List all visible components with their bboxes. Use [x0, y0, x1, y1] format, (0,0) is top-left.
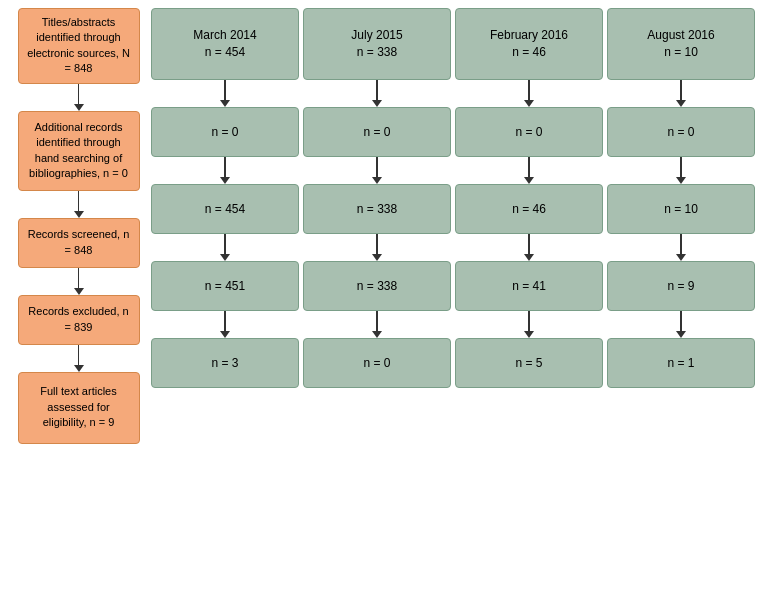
col-header-3: February 2016 n = 46	[455, 8, 603, 80]
left-row1-box: Titles/abstracts identified through elec…	[18, 8, 140, 84]
col-header-1: March 2014 n = 454	[151, 8, 299, 80]
col-arrow	[220, 157, 230, 184]
col-row2-3: n = 0	[455, 107, 603, 157]
col-row4-4: n = 9	[607, 261, 755, 311]
col-arrow	[220, 234, 230, 261]
col-header-4: August 2016 n = 10	[607, 8, 755, 80]
col-row5-3: n = 5	[455, 338, 603, 388]
col-row4-1: n = 451	[151, 261, 299, 311]
col-header-line2-2: n = 338	[357, 44, 397, 61]
col-arrow	[524, 234, 534, 261]
left-arrow-4	[74, 345, 84, 372]
col-header-line1-2: July 2015	[351, 27, 402, 44]
left-row5-label: Full text articles assessed for eligibil…	[27, 384, 131, 430]
col-arrow	[372, 80, 382, 107]
col-row2-4: n = 0	[607, 107, 755, 157]
data-column-3: February 2016 n = 46 n = 0 n = 46 n	[455, 8, 603, 581]
left-arrow-2	[74, 191, 84, 218]
col-arrow	[372, 311, 382, 338]
col-row5-2: n = 0	[303, 338, 451, 388]
col-row2-2: n = 0	[303, 107, 451, 157]
data-column-2: July 2015 n = 338 n = 0 n = 338 n =	[303, 8, 451, 581]
col-row3-1: n = 454	[151, 184, 299, 234]
col-arrow	[372, 234, 382, 261]
col-arrow	[372, 157, 382, 184]
col-row5-4: n = 1	[607, 338, 755, 388]
col-header-line1-3: February 2016	[490, 27, 568, 44]
col-header-2: July 2015 n = 338	[303, 8, 451, 80]
left-arrow-3	[74, 268, 84, 295]
col-arrow	[524, 311, 534, 338]
col-arrow	[220, 311, 230, 338]
col-header-line1-4: August 2016	[647, 27, 714, 44]
left-row3-box: Records screened, n = 848	[18, 218, 140, 268]
col-row4-2: n = 338	[303, 261, 451, 311]
data-column-4: August 2016 n = 10 n = 0 n = 10 n =	[607, 8, 755, 581]
left-row4-label: Records excluded, n = 839	[27, 304, 131, 335]
left-arrow-1	[74, 84, 84, 111]
col-row4-3: n = 41	[455, 261, 603, 311]
data-column-1: March 2014 n = 454 n = 0 n = 454 n	[151, 8, 299, 581]
col-header-line2-3: n = 46	[512, 44, 546, 61]
left-row2-box: Additional records identified through ha…	[18, 111, 140, 191]
left-row3-label: Records screened, n = 848	[27, 227, 131, 258]
col-arrow	[676, 157, 686, 184]
left-row5-box: Full text articles assessed for eligibil…	[18, 372, 140, 444]
left-row2-label: Additional records identified through ha…	[27, 120, 131, 182]
col-arrow	[676, 234, 686, 261]
col-row3-4: n = 10	[607, 184, 755, 234]
col-header-line2-1: n = 454	[205, 44, 245, 61]
col-arrow	[220, 80, 230, 107]
col-arrow	[676, 311, 686, 338]
col-arrow	[524, 80, 534, 107]
left-row4-box: Records excluded, n = 839	[18, 295, 140, 345]
col-header-line1-1: March 2014	[193, 27, 256, 44]
col-row3-3: n = 46	[455, 184, 603, 234]
col-row3-2: n = 338	[303, 184, 451, 234]
col-row2-1: n = 0	[151, 107, 299, 157]
col-arrow	[676, 80, 686, 107]
left-row1-label: Titles/abstracts identified through elec…	[27, 15, 131, 77]
col-arrow	[524, 157, 534, 184]
col-row5-1: n = 3	[151, 338, 299, 388]
col-header-line2-4: n = 10	[664, 44, 698, 61]
